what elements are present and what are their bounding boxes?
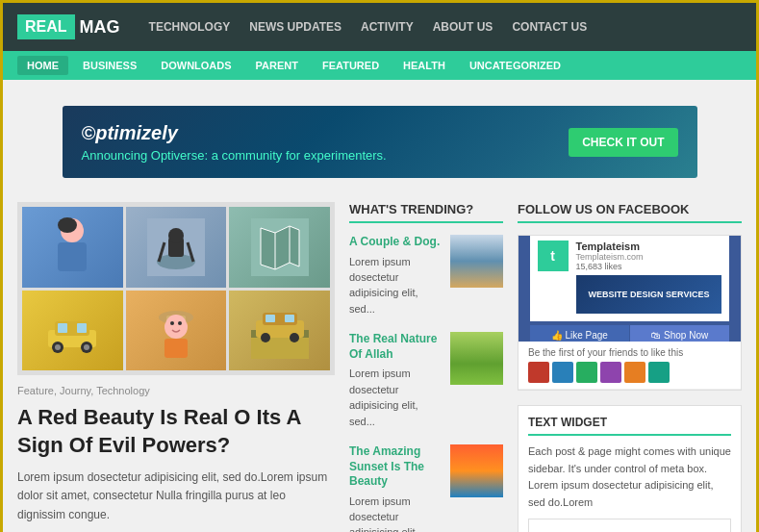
trending-excerpt-2: Lorem ipsum dosectetur adipisicing elit,… [349,367,418,426]
banner-brand: ©ptimizely [82,122,569,144]
nav-technology[interactable]: TECHNOLOGY [149,20,231,34]
svg-rect-32 [266,315,275,322]
svg-point-7 [168,228,184,243]
subnav-uncategorized[interactable]: UNCATEGORIZED [460,56,570,75]
facebook-section-title: FOLLOW US ON FACEBOOK [518,202,742,223]
subnav-downloads[interactable]: DOWNLOADS [151,56,240,75]
trending-item: A Couple & Dog. Lorem ipsum dosectetur a… [349,235,503,317]
facebook-preview-inner: t Templateism Templateism.com 15,683 lik… [530,236,730,321]
trending-text: A Couple & Dog. Lorem ipsum dosectetur a… [349,235,443,317]
logo-real: REAL [17,14,75,39]
shop-now-button[interactable]: 🛍 Shop Now [630,325,729,342]
trending-text: The Real Nature Of Allah Lorem ipsum dos… [349,332,443,429]
trending-item: The Real Nature Of Allah Lorem ipsum dos… [349,332,503,429]
svg-rect-27 [164,339,188,358]
avatar [600,362,621,383]
grid-image-cowboy [126,291,227,371]
trending-excerpt-1: Lorem ipsum dosectetur adipisicing elit,… [349,256,418,315]
facebook-widget: t Templateism Templateism.com 15,683 lik… [518,235,742,391]
fb-banner-image: WEBSITE DESIGN SERVICES [576,275,722,314]
svg-point-20 [84,344,89,350]
site-info: Templateism Templateism.com 15,683 likes… [576,241,722,314]
trending-thumb-3 [450,444,503,497]
subnav-home[interactable]: HOME [17,56,68,75]
svg-rect-1 [58,242,87,271]
site-name: Templateism [576,241,722,252]
svg-rect-28 [251,335,309,359]
trending-link-1[interactable]: A Couple & Dog. [349,235,443,250]
friends-text: Be the first of your friends to like thi… [528,347,731,358]
nav-news-updates[interactable]: NEWS UPDATES [249,20,342,34]
banner-cta-button[interactable]: cheCK It Out [569,128,677,157]
top-navigation: REAL MAG TECHNOLOGY NEWS UPDATES ActivIT… [3,3,756,51]
fb-banner-text: WEBSITE DESIGN SERVICES [589,290,710,299]
banner-text: Announcing Optiverse: a community for ex… [82,148,569,163]
svg-rect-33 [285,315,294,322]
trending-thumb-1 [450,235,503,288]
text-widget: TEXT WIDGET Each post & page might comes… [518,405,742,532]
svg-point-34 [261,333,270,342]
right-column: FOLLOW US ON FACEBOOK t Templateism Temp… [518,202,742,532]
main-content: Feature, Journy, Technology A Red Beauty… [3,202,756,532]
grid-image-horse [126,207,227,288]
friend-avatars [528,362,731,383]
svg-point-26 [178,321,182,325]
nav-activity[interactable]: ActivITY [361,20,414,34]
svg-point-19 [55,344,61,350]
site-likes: 15,683 likes [576,262,722,271]
trending-column: WHAT'S TRENDING? A Couple & Dog. Lorem i… [349,202,503,532]
subnav-featured[interactable]: FEATURED [313,56,389,75]
trending-link-2[interactable]: The Real Nature Of Allah [349,332,443,362]
svg-rect-15 [58,323,67,333]
trending-text: The Amazing Sunset Is The Beauty Lorem i… [349,444,443,532]
avatar [576,362,597,383]
avatar [528,362,549,383]
top-nav-links: TECHNOLOGY NEWS UPDATES ActivITY ABOUT U… [149,20,588,34]
grid-image-man [22,207,123,288]
trending-excerpt-3: Lorem ipsum dosectetur adipisicing elit,… [349,495,418,532]
nav-about-us[interactable]: ABOUT US [433,20,493,34]
site-url: Templateism.com [576,252,722,262]
avatar [624,362,645,383]
nav-contact-us[interactable]: CONTACT US [512,20,587,34]
facebook-actions: 👍 Like Page 🛍 Shop Now [530,325,730,342]
like-page-button[interactable]: 👍 Like Page [530,325,630,342]
article-meta: Feature, Journy, Technology [17,385,335,396]
text-widget-box [528,519,731,532]
svg-point-35 [290,333,299,342]
trending-link-3[interactable]: The Amazing Sunset Is The Beauty [349,444,443,490]
logo-mag: MAG [80,17,120,38]
avatar [552,362,573,383]
sub-navigation: HOME BUSINESS DOWNLOADS PARENT FEATURED … [3,51,756,80]
trending-thumb-2 [450,332,503,385]
text-widget-body: Each post & page might comes with unique… [528,443,731,511]
promo-banner: ©ptimizely Announcing Optiverse: a commu… [63,106,697,178]
site-logo[interactable]: REAL MAG [17,14,120,39]
trending-section-title: WHAT'S TRENDING? [349,202,503,223]
grid-image-car [22,291,123,371]
svg-point-25 [170,321,174,325]
avatar [648,362,670,383]
svg-rect-16 [77,323,87,333]
svg-point-3 [58,217,77,233]
subnav-health[interactable]: HEALTH [393,56,455,75]
facebook-friends: Be the first of your friends to like thi… [519,342,741,390]
article-title: A Red Beauty Is Real O Its A Sign Of Evi… [17,404,335,459]
templateism-logo: t [538,241,569,271]
article-excerpt: Lorem ipsum dosectetur adipisicing elit,… [17,469,335,524]
subnav-parent[interactable]: PARENT [246,56,308,75]
grid-image-car-street [229,291,330,371]
grid-image-map [229,207,330,288]
featured-image-grid [17,202,335,375]
facebook-preview: t Templateism Templateism.com 15,683 lik… [519,236,741,342]
text-widget-title: TEXT WIDGET [528,416,731,436]
banner-subtext: a community for experimenters. [212,148,387,163]
subnav-business[interactable]: BUSINESS [73,56,146,75]
left-column: Feature, Journy, Technology A Red Beauty… [17,202,335,532]
trending-item: The Amazing Sunset Is The Beauty Lorem i… [349,444,503,532]
